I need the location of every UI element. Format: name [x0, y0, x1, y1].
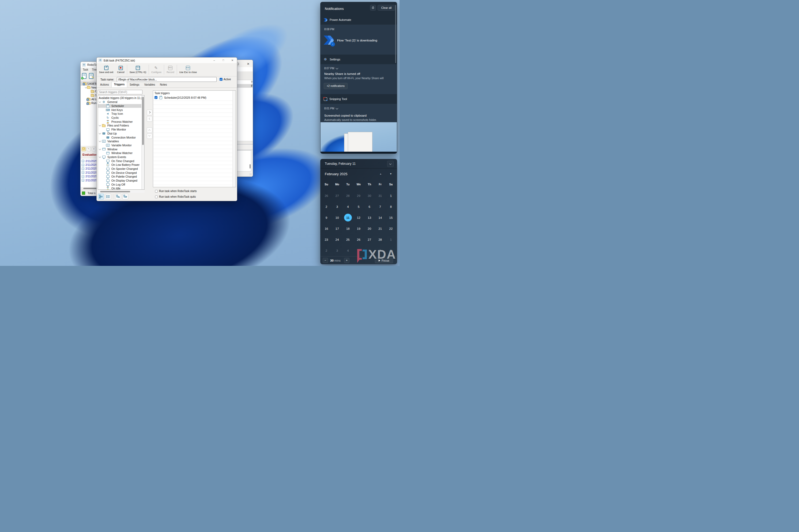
calendar-day[interactable]: 1	[385, 234, 396, 245]
trigger-group-dial-up[interactable]: ☎Dial-Up	[98, 132, 144, 136]
calendar-day[interactable]: 17	[332, 223, 343, 234]
chevron-down-icon[interactable]	[85, 87, 87, 89]
calendar-day[interactable]: 6	[364, 245, 375, 256]
active-checkbox-row[interactable]: Active	[220, 78, 231, 81]
calendar-day[interactable]: 29	[353, 190, 364, 201]
calendar-day[interactable]: 6	[364, 201, 375, 212]
calendar-day[interactable]: 24	[332, 234, 343, 245]
calendar-day[interactable]: 23	[321, 234, 332, 245]
notifications-scrollbar[interactable]	[395, 5, 396, 63]
active-checkbox[interactable]	[220, 78, 222, 81]
edit-button[interactable]: ✎	[87, 147, 91, 151]
calendar-day[interactable]: 5	[353, 201, 364, 212]
calendar-day[interactable]: 3	[332, 245, 343, 256]
chevron-down-icon[interactable]	[99, 140, 101, 142]
trigger-enabled-checkbox[interactable]	[155, 96, 158, 99]
task-name-input[interactable]	[117, 77, 217, 82]
screenshot-thumbnail[interactable]	[321, 122, 397, 154]
trigger-item-hot-keys[interactable]: ⌨Hot Keys	[98, 108, 144, 112]
calendar-day[interactable]: 27	[364, 234, 375, 245]
trigger-item-cyclic[interactable]: ↻Cyclic	[98, 116, 144, 120]
move-up-button[interactable]	[147, 127, 152, 133]
focus-plus-button[interactable]: +	[344, 258, 349, 263]
tab-triggers[interactable]: Triggers	[111, 81, 127, 88]
settings-notification-card[interactable]: 8:07 PM Nearby Share is turned off When …	[321, 64, 397, 94]
calendar-day-selected[interactable]: 11	[343, 212, 353, 223]
clear-all-button[interactable]: Clear all	[378, 5, 395, 11]
expand-all-button[interactable]	[115, 194, 121, 200]
calendar-day[interactable]: 7	[375, 201, 385, 212]
calendar-day[interactable]: 5	[353, 245, 364, 256]
chevron-down-icon[interactable]	[99, 132, 101, 135]
calendar-day[interactable]: 16	[321, 223, 332, 234]
calendar-day[interactable]: 26	[321, 190, 332, 201]
calendar-day[interactable]: 4	[343, 245, 353, 256]
calendar-day[interactable]: 3	[332, 201, 343, 212]
add-trigger-button[interactable]	[147, 110, 152, 115]
trigger-item-on-low-battery-power[interactable]: On Low Battery Power	[98, 163, 144, 167]
calendar-day[interactable]: 14	[375, 212, 385, 223]
trigger-group-general[interactable]: ⚙General	[98, 100, 144, 104]
trigger-item-on-idle[interactable]: ⌛On Idle	[98, 186, 144, 190]
delete-button[interactable]: ✕	[92, 147, 96, 151]
calendar-day[interactable]: 8	[385, 201, 396, 212]
chevron-down-icon[interactable]	[99, 101, 101, 103]
calendar-day[interactable]: 2	[321, 201, 332, 212]
calendar-next-month-button[interactable]: ▼	[389, 172, 392, 175]
search-triggers-input[interactable]	[98, 90, 143, 94]
trigger-item-tray-icon[interactable]: ➤Tray Icon	[98, 112, 144, 116]
task-triggers-scrollbar[interactable]	[232, 91, 236, 187]
trigger-group-files-and-folders[interactable]: Files and Folders	[98, 124, 144, 128]
chevron-down-icon[interactable]	[99, 156, 101, 158]
task-trigger-row[interactable]: Scheduler(2/12/2025 8:07:48 PM)	[153, 95, 236, 99]
close-icon[interactable]: ✕	[228, 57, 237, 63]
calendar-day[interactable]: 27	[332, 190, 343, 201]
calendar-day[interactable]: 10	[332, 212, 343, 223]
do-not-disturb-button[interactable]: z z	[370, 5, 376, 11]
trigger-item-on-display-changed[interactable]: On Display Changed	[98, 179, 144, 183]
edit-task-dialog[interactable]: ⚙ Edit task (F475C25C.tsk) – □ ✕ Save an…	[96, 57, 237, 201]
calendar-day[interactable]: 26	[353, 234, 364, 245]
trigger-item-on-log-off[interactable]: On Log Off	[98, 183, 144, 186]
tab-notes[interactable]: Notes	[158, 82, 169, 88]
chevron-down-icon[interactable]	[99, 148, 101, 150]
calendar-day[interactable]: 28	[343, 190, 353, 201]
trigger-item-scheduler[interactable]: Scheduler	[98, 104, 144, 108]
list-view-button[interactable]	[105, 194, 111, 200]
add-folder-button[interactable]	[82, 147, 86, 151]
trigger-item-on-device-changed[interactable]: On Device Changed	[98, 171, 144, 175]
cancel-button[interactable]: Cancel	[115, 63, 126, 76]
tab-variables[interactable]: Variables	[142, 82, 158, 88]
calendar-day[interactable]: 15	[385, 212, 396, 223]
esc-close-button[interactable]: ESC Use Esc to close	[178, 63, 199, 76]
chevron-down-icon[interactable]	[336, 107, 339, 109]
calendar-day[interactable]: 7	[375, 245, 385, 256]
calendar-day[interactable]: 2	[321, 245, 332, 256]
trigger-item-variable-monitor[interactable]: (x)Variable Monitor	[98, 144, 144, 147]
calendar-day[interactable]: 31	[375, 190, 385, 201]
chevron-down-icon[interactable]	[99, 125, 101, 127]
snipping-tool-group-header[interactable]: Snipping Tool	[321, 96, 397, 102]
run-on-quit-checkbox[interactable]	[155, 195, 158, 198]
triggers-vertical-scrollbar[interactable]	[141, 95, 144, 189]
trigger-group-system-events[interactable]: System Events	[98, 155, 144, 159]
calendar-day[interactable]: 12	[353, 212, 364, 223]
trigger-group-variables[interactable]: (x)Variables	[98, 139, 144, 144]
save-and-exit-button[interactable]: Save and exit	[97, 63, 115, 76]
trigger-item-on-spooler-changed[interactable]: On Spooler Changed	[98, 167, 144, 171]
chevron-down-icon[interactable]	[336, 66, 339, 69]
triggers-horizontal-scrollbar[interactable]	[98, 190, 145, 193]
calendar-day[interactable]: 8	[385, 245, 396, 256]
remove-trigger-button[interactable]	[147, 116, 152, 122]
settings-group-header[interactable]: ⚙ Settings	[321, 57, 397, 62]
run-on-start-checkbox[interactable]	[155, 190, 158, 193]
collapse-all-button[interactable]	[122, 194, 128, 200]
trigger-item-connection-monitor[interactable]: ☎Connection Monitor	[98, 135, 144, 139]
calendar-day[interactable]: 19	[353, 223, 364, 234]
calendar-day[interactable]: 28	[375, 234, 385, 245]
record-button[interactable]: REC Record	[165, 63, 176, 76]
menu-task[interactable]: Task	[83, 68, 88, 71]
calendar-prev-month-button[interactable]: ▲	[379, 172, 382, 175]
configure-button[interactable]: ✎ Configure	[149, 63, 163, 76]
calendar-day[interactable]: 21	[375, 223, 385, 234]
